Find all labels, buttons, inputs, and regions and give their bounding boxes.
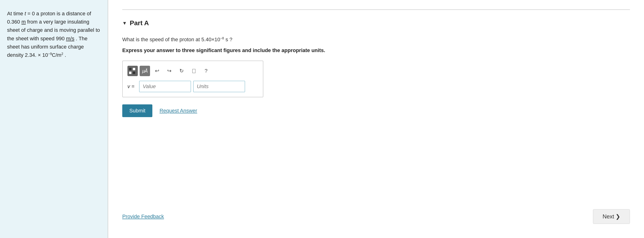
provide-feedback-button[interactable]: Provide Feedback <box>122 213 164 220</box>
left-panel: At time t = 0 a proton is a distance of … <box>0 0 108 238</box>
keyboard-button[interactable]: ⎕ <box>188 66 199 76</box>
next-chevron-icon: ❯ <box>616 213 620 220</box>
provide-feedback-label: Provide Feedback <box>122 213 164 219</box>
grid-button[interactable] <box>128 66 138 76</box>
action-row: Submit Request Answer <box>122 104 630 117</box>
help-button[interactable]: ? <box>201 66 211 76</box>
units-input[interactable] <box>193 81 245 92</box>
grid-cell-1 <box>129 68 132 70</box>
request-answer-label: Request Answer <box>160 108 197 113</box>
submit-label: Submit <box>129 108 145 113</box>
undo-button[interactable]: ↩ <box>152 66 162 76</box>
page-layout: At time t = 0 a proton is a distance of … <box>0 0 644 238</box>
bottom-row: Provide Feedback Next ❯ <box>122 209 630 224</box>
mu-button[interactable]: μÅ <box>140 66 150 76</box>
next-label: Next <box>602 213 614 220</box>
mu-label: μÅ <box>142 68 148 74</box>
value-input[interactable] <box>139 81 191 92</box>
submit-button[interactable]: Submit <box>122 104 152 117</box>
top-divider <box>122 10 630 10</box>
redo-button[interactable]: ↪ <box>164 66 174 76</box>
answer-box: μÅ ↩ ↪ ↻ ⎕ ? v = <box>122 61 263 97</box>
help-label: ? <box>204 68 208 74</box>
question-instruction: Express your answer to three significant… <box>122 47 630 54</box>
next-button[interactable]: Next ❯ <box>593 209 630 224</box>
refresh-button[interactable]: ↻ <box>176 66 187 76</box>
request-answer-button[interactable]: Request Answer <box>160 108 197 114</box>
problem-statement: At time t = 0 a proton is a distance of … <box>7 10 101 59</box>
collapse-arrow-icon[interactable]: ▼ <box>122 21 127 26</box>
var-t: t <box>25 11 26 17</box>
part-title: Part A <box>130 19 149 27</box>
input-row: v = <box>128 81 258 92</box>
part-header: ▼ Part A <box>122 19 630 27</box>
eq-label: v = <box>128 83 137 89</box>
grid-cell-4 <box>133 72 135 74</box>
question-text: What is the speed of the proton at 5.40×… <box>122 36 630 43</box>
grid-cell-2 <box>133 68 135 70</box>
right-panel: ▼ Part A What is the speed of the proton… <box>108 0 644 238</box>
toolbar: μÅ ↩ ↪ ↻ ⎕ ? <box>128 66 258 76</box>
grid-cell-3 <box>129 72 132 74</box>
